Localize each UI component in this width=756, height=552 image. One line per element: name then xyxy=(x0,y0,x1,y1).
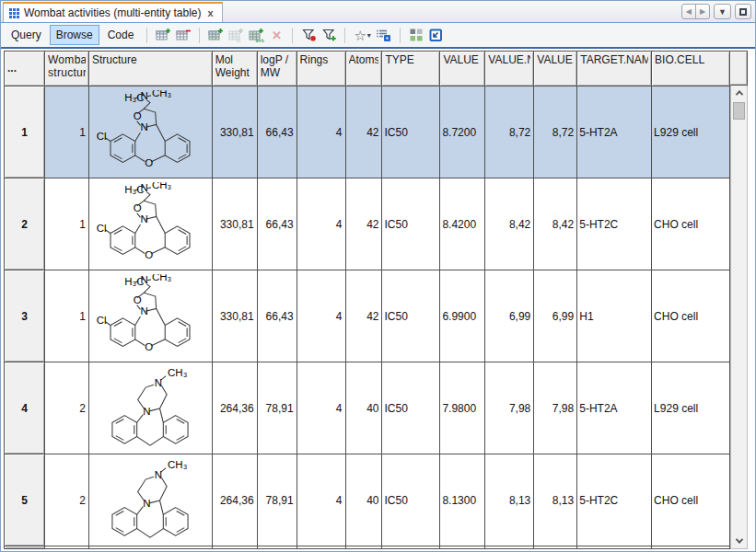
widgets-icon[interactable] xyxy=(407,26,425,44)
cell-rings[interactable]: 4 xyxy=(297,362,346,454)
cell-mol-weight[interactable]: 330,81 xyxy=(213,270,258,362)
cell-atoms[interactable]: 40 xyxy=(346,362,383,454)
cell-wombat-structures[interactable]: 1 xyxy=(45,86,89,178)
cell-value-n[interactable]: 8,42 xyxy=(485,178,534,270)
cell-bio-cell[interactable]: CHO cell xyxy=(652,270,730,362)
cell-value-2[interactable]: 8,13 xyxy=(534,454,577,546)
cell-rings[interactable]: 4 xyxy=(297,86,346,178)
cell-logp-mw[interactable]: 78,91 xyxy=(258,362,297,454)
cell-wombat-structures[interactable]: 2 xyxy=(45,454,89,546)
cell-value-2[interactable]: 7,98 xyxy=(534,362,577,454)
cell-structure[interactable] xyxy=(89,86,213,178)
cell-bio-cell[interactable]: CHO cell xyxy=(652,454,730,546)
cell-type[interactable]: IC50 xyxy=(382,454,440,546)
cell-value-2[interactable]: 8,72 xyxy=(534,86,577,178)
cell-mol-weight[interactable]: 264,36 xyxy=(213,454,258,546)
scroll-up-icon[interactable] xyxy=(731,86,747,100)
cell-type[interactable]: IC50 xyxy=(382,362,440,454)
scroll-tabs-right-icon[interactable]: ▶ xyxy=(695,4,710,19)
column-header-bio-cell[interactable]: BIO.CELL xyxy=(652,52,730,86)
cell-value-n[interactable]: 8,13 xyxy=(485,454,534,546)
export-icon[interactable] xyxy=(427,26,446,44)
cell-value[interactable]: 8.1300 xyxy=(440,454,485,546)
scroll-down-icon[interactable] xyxy=(731,534,747,548)
cell-mol-weight[interactable]: 330,81 xyxy=(213,86,258,178)
cell-atoms[interactable]: 42 xyxy=(346,178,383,270)
cell-target-nam[interactable]: H1 xyxy=(577,270,652,362)
cell-logp-mw[interactable]: 66,43 xyxy=(258,270,297,362)
row-header[interactable]: 1 xyxy=(5,86,45,178)
cell-type[interactable]: IC50 xyxy=(382,270,440,362)
row-header[interactable]: 5 xyxy=(5,454,45,546)
column-header-logp-mw[interactable]: logP / MW xyxy=(258,52,297,86)
cell-target-nam[interactable]: 5-HT2C xyxy=(577,178,652,270)
cell-rings[interactable]: 4 xyxy=(297,178,346,270)
column-header-structure[interactable]: Structure xyxy=(89,52,213,86)
favorites-star-icon[interactable]: ☆▾ xyxy=(352,26,372,44)
insert-row-icon[interactable] xyxy=(154,26,172,44)
cell-value[interactable]: 8.7200 xyxy=(440,86,485,178)
cell-logp-mw[interactable]: 66,43 xyxy=(258,178,297,270)
cell-value[interactable]: 8.4200 xyxy=(440,178,485,270)
column-menu-button[interactable]: ... xyxy=(5,52,45,86)
scroll-tabs-left-icon[interactable]: ◀ xyxy=(681,4,696,19)
tab-close-icon[interactable]: x xyxy=(206,8,215,18)
cell-rings[interactable]: 4 xyxy=(297,270,346,362)
row-header[interactable]: 4 xyxy=(5,362,45,454)
cell-logp-mw[interactable]: 78,91 xyxy=(258,454,297,546)
cell-target-nam[interactable]: 5-HT2A xyxy=(577,362,652,454)
cell-atoms[interactable]: 42 xyxy=(346,270,383,362)
delete-selected-icon[interactable]: ✕ xyxy=(267,26,285,44)
cell-logp-mw[interactable]: 66,43 xyxy=(258,86,297,178)
cell-wombat-structures[interactable]: 2 xyxy=(45,362,89,454)
cell-value-2[interactable]: 6,99 xyxy=(534,270,577,362)
list-save-icon[interactable] xyxy=(375,26,393,44)
cell-bio-cell[interactable]: CHO cell xyxy=(652,178,730,270)
cell-structure[interactable] xyxy=(89,362,213,454)
column-header-value-2[interactable]: VALUE. xyxy=(534,52,577,86)
row-header[interactable]: 2 xyxy=(5,178,45,270)
cell-bio-cell[interactable]: L929 cell xyxy=(652,362,730,454)
delete-row-icon[interactable] xyxy=(174,26,192,44)
scrollbar-track[interactable] xyxy=(730,86,748,549)
cell-value[interactable]: 7.9800 xyxy=(440,362,485,454)
filter-red-dot-icon[interactable] xyxy=(299,26,318,44)
cell-mol-weight[interactable]: 330,81 xyxy=(213,178,258,270)
cell-value-n[interactable]: 6,99 xyxy=(485,270,534,362)
cell-bio-cell[interactable]: L929 cell xyxy=(652,86,730,178)
column-header-type[interactable]: TYPE xyxy=(382,52,440,86)
row-header[interactable]: 3 xyxy=(5,270,45,362)
browse-button[interactable]: Browse xyxy=(50,25,99,45)
maximize-icon[interactable] xyxy=(735,4,751,19)
column-header-value[interactable]: VALUE xyxy=(440,52,485,86)
column-header-wombat-structures[interactable]: Wombat structures xyxy=(45,52,89,86)
cell-wombat-structures[interactable]: 1 xyxy=(45,178,89,270)
cell-target-nam[interactable]: 5-HT2C xyxy=(577,454,652,546)
tab-wombat-activities[interactable]: Wombat activities (multi-entity table) x xyxy=(3,2,223,22)
column-header-atoms[interactable]: Atoms xyxy=(346,52,383,86)
cell-value-n[interactable]: 8,72 xyxy=(485,86,534,178)
tab-list-dropdown-icon[interactable]: ▼ xyxy=(714,4,731,19)
cell-value-2[interactable]: 8,42 xyxy=(534,178,577,270)
filter-add-icon[interactable] xyxy=(320,26,338,44)
insert-ct-row-icon[interactable]: ct xyxy=(227,26,245,44)
column-header-target-nam[interactable]: TARGET.NAM xyxy=(577,52,652,86)
cell-rings[interactable]: 4 xyxy=(297,454,346,546)
cell-structure[interactable] xyxy=(89,454,213,546)
cell-structure[interactable] xyxy=(89,178,213,270)
cell-atoms[interactable]: 40 xyxy=(346,454,383,546)
query-button[interactable]: Query xyxy=(5,25,48,45)
insert-ab-row-icon[interactable]: a+b xyxy=(247,26,265,44)
insert-detail-row-icon[interactable] xyxy=(206,26,225,44)
column-header-rings[interactable]: Rings xyxy=(297,52,346,86)
scrollbar-thumb[interactable] xyxy=(733,102,745,120)
cell-value-n[interactable]: 7,98 xyxy=(485,362,534,454)
cell-type[interactable]: IC50 xyxy=(382,178,440,270)
cell-mol-weight[interactable]: 264,36 xyxy=(213,362,258,454)
cell-value[interactable]: 6.9900 xyxy=(440,270,485,362)
cell-wombat-structures[interactable]: 1 xyxy=(45,270,89,362)
cell-type[interactable]: IC50 xyxy=(382,86,440,178)
column-header-mol-weight[interactable]: Mol Weight xyxy=(213,52,258,86)
cell-atoms[interactable]: 42 xyxy=(346,86,383,178)
cell-structure[interactable] xyxy=(89,270,213,362)
